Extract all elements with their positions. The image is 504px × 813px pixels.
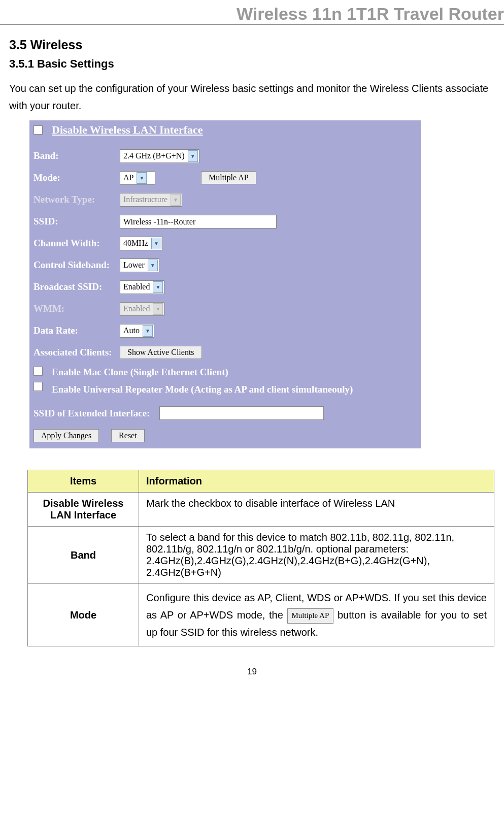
disable-wlan-label: Disable Wireless LAN Interface (52, 123, 203, 137)
ssid-label: SSID: (33, 216, 115, 227)
mac-clone-checkbox[interactable] (33, 367, 43, 376)
bssid-label: Broadcast SSID: (33, 281, 115, 292)
section-heading: 3.5 Wireless (9, 38, 496, 52)
band-select[interactable]: 2.4 GHz (B+G+N)▼ (120, 149, 199, 163)
wireless-settings-panel: Disable Wireless LAN Interface Band: 2.4… (29, 120, 421, 448)
nettype-select: Infrastructure▼ (120, 193, 182, 207)
repeater-checkbox[interactable] (33, 382, 43, 391)
th-info: Information (139, 470, 494, 493)
table-row-item: Band (28, 527, 139, 584)
wmm-label: WMM: (33, 303, 115, 314)
chevron-down-icon: ▼ (188, 150, 198, 162)
table-row-item: Disable Wireless LAN Interface (28, 493, 139, 527)
assoc-label: Associated Clients: (33, 346, 115, 359)
wmm-select: Enabled▼ (120, 302, 164, 316)
chanwidth-label: Channel Width: (33, 238, 115, 249)
ssid-ext-input[interactable] (159, 406, 324, 420)
chevron-down-icon: ▼ (153, 303, 163, 315)
bssid-select[interactable]: Enabled▼ (120, 280, 164, 294)
datarate-label: Data Rate: (33, 325, 115, 336)
sideband-label: Control Sideband: (33, 259, 115, 272)
multiple-ap-inline-button: Multiple AP (287, 608, 334, 624)
table-row-item: Mode (28, 584, 139, 646)
disable-wlan-checkbox[interactable] (33, 125, 43, 135)
chevron-down-icon: ▼ (137, 172, 147, 184)
nettype-label: Network Type: (33, 194, 115, 205)
table-row-info: To select a band for this device to matc… (139, 527, 494, 584)
repeater-label: Enable Universal Repeater Mode (Acting a… (52, 382, 353, 397)
intro-text: You can set up the configuration of your… (9, 80, 496, 114)
mode-label: Mode: (33, 172, 115, 183)
table-row-info: Configure this device as AP, Client, WDS… (139, 584, 494, 646)
description-table: Items Information Disable Wireless LAN I… (27, 470, 494, 646)
th-items: Items (28, 470, 139, 493)
datarate-select[interactable]: Auto▼ (120, 324, 154, 338)
sideband-select[interactable]: Lower▼ (120, 258, 159, 272)
show-clients-button[interactable]: Show Active Clients (120, 346, 202, 359)
multiple-ap-button[interactable]: Multiple AP (201, 171, 256, 184)
chevron-down-icon: ▼ (153, 281, 163, 293)
chevron-down-icon: ▼ (151, 238, 161, 249)
chevron-down-icon: ▼ (143, 325, 153, 337)
reset-button[interactable]: Reset (111, 429, 145, 442)
mac-clone-label: Enable Mac Clone (Single Ethernet Client… (52, 367, 228, 378)
chanwidth-select[interactable]: 40MHz▼ (120, 237, 163, 250)
subsection-heading: 3.5.1 Basic Settings (9, 57, 496, 71)
table-row-info: Mark the checkbox to disable interface o… (139, 493, 494, 527)
chevron-down-icon: ▼ (171, 194, 181, 206)
apply-button[interactable]: Apply Changes (33, 429, 99, 442)
chevron-down-icon: ▼ (148, 259, 158, 271)
page-number: 19 (0, 667, 504, 677)
doc-header: Wireless 11n 1T1R Travel Router (0, 0, 504, 25)
ssid-input[interactable]: Wireless -11n--Router (120, 215, 277, 229)
band-label: Band: (33, 150, 115, 161)
mode-select[interactable]: AP▼ (120, 171, 155, 185)
ssid-ext-label: SSID of Extended Interface: (33, 408, 150, 419)
